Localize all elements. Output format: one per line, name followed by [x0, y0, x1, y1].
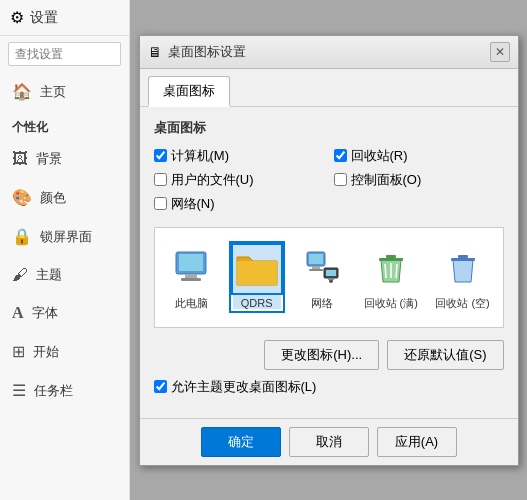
- background-icon: 🖼: [12, 150, 28, 168]
- checkbox-control-panel-input[interactable]: [334, 173, 347, 186]
- svg-rect-11: [328, 278, 334, 280]
- qdrs-icon: [233, 245, 281, 293]
- sidebar-item-font-label: 字体: [32, 304, 58, 322]
- dialog-tabs: 桌面图标: [140, 69, 518, 107]
- sidebar-item-theme[interactable]: 🖌 主题: [0, 256, 129, 294]
- checkbox-computer-input[interactable]: [154, 149, 167, 162]
- sidebar-item-taskbar[interactable]: ☰ 任务栏: [0, 371, 129, 410]
- checkbox-network-label: 网络(N): [171, 195, 215, 213]
- start-icon: ⊞: [12, 342, 25, 361]
- svg-rect-15: [458, 255, 468, 258]
- sidebar-item-color-label: 颜色: [40, 189, 66, 207]
- checkbox-network[interactable]: 网络(N): [154, 195, 324, 213]
- taskbar-icon: ☰: [12, 381, 26, 400]
- network-icon-img: [298, 244, 346, 292]
- checkbox-computer[interactable]: 计算机(M): [154, 147, 324, 165]
- this-pc-label: 此电脑: [175, 296, 208, 311]
- sidebar-section-label: 个性化: [0, 111, 129, 140]
- color-icon: 🎨: [12, 188, 32, 207]
- recycle-full-label: 回收站 (满): [364, 296, 418, 311]
- dialog-close-button[interactable]: ✕: [490, 42, 510, 62]
- sidebar-item-home[interactable]: 🏠 主页: [0, 72, 129, 111]
- svg-rect-12: [379, 258, 403, 261]
- dialog-footer: 确定 取消 应用(A): [140, 418, 518, 465]
- checkbox-computer-label: 计算机(M): [171, 147, 230, 165]
- network-label: 网络: [311, 296, 333, 311]
- checkbox-control-panel-label: 控制面板(O): [351, 171, 422, 189]
- icon-recycle-full[interactable]: 回收站 (满): [364, 244, 418, 311]
- recycle-empty-label: 回收站 (空): [435, 296, 489, 311]
- sidebar: ⚙ 设置 🏠 主页 个性化 🖼 背景 🎨 颜色 🔒 锁屏界面 🖌 主题 A 字体…: [0, 0, 130, 500]
- theme-icon: 🖌: [12, 266, 28, 284]
- checkbox-recycle-input[interactable]: [334, 149, 347, 162]
- icon-this-pc[interactable]: 此电脑: [167, 244, 215, 311]
- dialog-title-icon: 🖥: [148, 44, 162, 60]
- qdrs-label: QDRS: [241, 297, 273, 309]
- home-icon: 🏠: [12, 82, 32, 101]
- dialog-body: 桌面图标 计算机(M) 回收站(R) 用户的文件(U): [140, 107, 518, 418]
- checkbox-recycle[interactable]: 回收站(R): [334, 147, 504, 165]
- settings-icon: ⚙: [10, 8, 24, 27]
- change-icon-button[interactable]: 更改图标(H)...: [264, 340, 379, 370]
- sidebar-item-theme-label: 主题: [36, 266, 62, 284]
- icon-network[interactable]: 网络: [298, 244, 346, 311]
- checkbox-user-files-input[interactable]: [154, 173, 167, 186]
- sidebar-item-lockscreen[interactable]: 🔒 锁屏界面: [0, 217, 129, 256]
- checkbox-user-files-label: 用户的文件(U): [171, 171, 254, 189]
- sidebar-item-start[interactable]: ⊞ 开始: [0, 332, 129, 371]
- svg-rect-9: [326, 270, 336, 276]
- font-icon: A: [12, 304, 24, 322]
- recycle-full-icon: [367, 244, 415, 292]
- svg-rect-2: [185, 274, 197, 278]
- svg-rect-6: [312, 266, 320, 269]
- recycle-empty-icon: [439, 244, 487, 292]
- dialog-titlebar-left: 🖥 桌面图标设置: [148, 43, 246, 61]
- svg-rect-3: [181, 278, 201, 281]
- sidebar-item-background-label: 背景: [36, 150, 62, 168]
- checkbox-control-panel[interactable]: 控制面板(O): [334, 171, 504, 189]
- modal-overlay: 🖥 桌面图标设置 ✕ 桌面图标 桌面图标 计算机(M): [130, 0, 527, 500]
- svg-rect-7: [309, 269, 323, 271]
- ok-button[interactable]: 确定: [201, 427, 281, 457]
- svg-rect-5: [309, 254, 323, 264]
- svg-rect-14: [451, 258, 475, 261]
- dialog-section-title: 桌面图标: [154, 119, 504, 137]
- restore-default-button[interactable]: 还原默认值(S): [387, 340, 503, 370]
- footer-checkbox-allow-theme-label: 允许主题更改桌面图标(L): [171, 378, 317, 396]
- sidebar-app-title: 设置: [30, 9, 58, 27]
- apply-button[interactable]: 应用(A): [377, 427, 457, 457]
- icon-qdrs[interactable]: QDRS: [233, 245, 281, 309]
- svg-rect-1: [179, 254, 203, 271]
- sidebar-item-color[interactable]: 🎨 颜色: [0, 178, 129, 217]
- icon-recycle-empty[interactable]: 回收站 (空): [435, 244, 489, 311]
- dialog-title-text: 桌面图标设置: [168, 43, 246, 61]
- svg-rect-13: [386, 255, 396, 258]
- checkbox-user-files[interactable]: 用户的文件(U): [154, 171, 324, 189]
- sidebar-item-start-label: 开始: [33, 343, 59, 361]
- checkbox-grid: 计算机(M) 回收站(R) 用户的文件(U) 控制面板(O): [154, 147, 504, 213]
- icons-preview: 此电脑 QDRS: [154, 227, 504, 328]
- lock-icon: 🔒: [12, 227, 32, 246]
- footer-checkbox-allow-theme[interactable]: 允许主题更改桌面图标(L): [154, 378, 504, 406]
- cancel-button[interactable]: 取消: [289, 427, 369, 457]
- this-pc-icon: [167, 244, 215, 292]
- checkbox-network-input[interactable]: [154, 197, 167, 210]
- sidebar-item-home-label: 主页: [40, 83, 66, 101]
- sidebar-item-font[interactable]: A 字体: [0, 294, 129, 332]
- icon-action-buttons: 更改图标(H)... 还原默认值(S): [154, 340, 504, 370]
- tab-desktop-icons[interactable]: 桌面图标: [148, 76, 230, 107]
- footer-checkbox-allow-theme-input[interactable]: [154, 380, 167, 393]
- main-content: 🖥 桌面图标设置 ✕ 桌面图标 桌面图标 计算机(M): [130, 0, 527, 500]
- sidebar-item-lockscreen-label: 锁屏界面: [40, 228, 92, 246]
- sidebar-item-taskbar-label: 任务栏: [34, 382, 73, 400]
- sidebar-item-background[interactable]: 🖼 背景: [0, 140, 129, 178]
- dialog: 🖥 桌面图标设置 ✕ 桌面图标 桌面图标 计算机(M): [139, 35, 519, 466]
- checkbox-recycle-label: 回收站(R): [351, 147, 408, 165]
- search-input[interactable]: [8, 42, 121, 66]
- dialog-titlebar: 🖥 桌面图标设置 ✕: [140, 36, 518, 69]
- sidebar-header: ⚙ 设置: [0, 0, 129, 36]
